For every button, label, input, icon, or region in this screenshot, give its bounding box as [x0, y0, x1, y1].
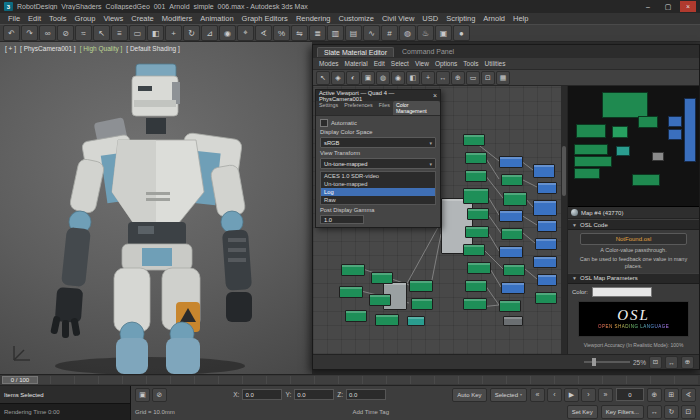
material-node[interactable] [499, 156, 523, 168]
automatic-checkbox-row[interactable]: Automatic [320, 119, 436, 127]
node-view-vertical-scrollbar[interactable] [561, 86, 567, 354]
menu-item[interactable]: Help [509, 14, 532, 23]
show-shaded-material-icon[interactable]: ◍ [376, 71, 390, 85]
menu-item[interactable]: Views [99, 14, 127, 23]
material-node[interactable] [339, 286, 363, 298]
go-to-start-icon[interactable]: « [530, 388, 545, 402]
material-node[interactable] [537, 220, 557, 232]
material-node[interactable] [369, 294, 391, 306]
material-node[interactable] [501, 282, 525, 294]
timeline-ruler[interactable]: 0 / 100 [2, 376, 698, 384]
dialog-tab[interactable]: Color Management [393, 101, 440, 115]
material-node[interactable] [501, 228, 523, 240]
tab-command-panel[interactable]: Command Panel [396, 47, 460, 56]
put-material-to-scene-icon[interactable]: ◐ [346, 71, 360, 85]
menu-item[interactable]: Tools [45, 14, 71, 23]
key-filters-button[interactable]: Key Filters... [601, 405, 644, 419]
select-and-rotate-icon[interactable]: ↻ [183, 25, 200, 41]
material-editor-menu-item[interactable]: View [412, 60, 432, 67]
go-to-end-icon[interactable]: » [598, 388, 613, 402]
maximize-viewport-icon[interactable]: ⊡ [681, 405, 696, 419]
schematic-view-icon[interactable]: # [381, 25, 398, 41]
material-editor-menu-item[interactable]: Modes [316, 60, 342, 67]
material-node[interactable] [465, 280, 487, 292]
menu-item[interactable]: Arnold [479, 14, 509, 23]
material-node[interactable] [465, 226, 489, 238]
material-node[interactable] [499, 246, 523, 258]
material-node[interactable] [537, 182, 557, 194]
menu-item[interactable]: Customize [334, 14, 377, 23]
material-node[interactable] [463, 188, 489, 204]
pan-icon[interactable]: ↔ [665, 356, 678, 369]
material-node[interactable] [503, 192, 527, 206]
osl-map-parameters-rollout[interactable]: ▼ OSL Map Parameters [568, 273, 699, 284]
material-node[interactable] [463, 244, 485, 256]
material-editor-menu-item[interactable]: Select [388, 60, 412, 67]
curve-editor-icon[interactable]: ∿ [363, 25, 380, 41]
display-color-space-dropdown[interactable]: sRGB ▾ [320, 137, 436, 148]
post-display-gamma-field[interactable]: 1.0 [320, 215, 364, 224]
layer-manager-icon[interactable]: ▤ [345, 25, 362, 41]
bind-to-space-warp-icon[interactable]: ≈ [75, 25, 92, 41]
tab-slate-material-editor[interactable]: Slate Material Editor [317, 47, 394, 57]
automatic-checkbox[interactable] [320, 119, 328, 127]
timeline[interactable]: 0 / 100 [0, 374, 700, 386]
menu-item[interactable]: Rendering [292, 14, 335, 23]
percent-snap-icon[interactable]: % [273, 25, 290, 41]
parameter-header[interactable]: Map #4 (43770) [568, 207, 699, 219]
menu-item[interactable]: USD [418, 14, 442, 23]
dialog-tab[interactable]: Preferences [341, 101, 376, 115]
material-node[interactable] [503, 316, 523, 326]
view-transform-option[interactable]: Log [321, 188, 435, 196]
viewport-pov-menu[interactable]: [ PhysCamera001 ] [20, 45, 76, 52]
previous-frame-icon[interactable]: ‹ [547, 388, 562, 402]
render-setup-icon[interactable]: ♨ [417, 25, 434, 41]
menu-item[interactable]: Animation [196, 14, 237, 23]
viewport-shading-menu[interactable]: [ Default Shading ] [126, 45, 179, 52]
zoom-tool-icon[interactable]: ⊕ [451, 71, 465, 85]
dialog-title-bar[interactable]: Active Viewport — Quad 4 — PhysCamera001… [316, 90, 440, 101]
menu-item[interactable]: Scripting [442, 14, 479, 23]
navigator-panel[interactable] [568, 86, 699, 207]
material-node[interactable] [467, 208, 489, 220]
zoom-slider[interactable] [584, 361, 630, 363]
view-transform-option[interactable]: Raw [321, 196, 435, 204]
select-and-link-icon[interactable]: ∞ [39, 25, 56, 41]
play-icon[interactable]: ▶ [564, 388, 579, 402]
current-frame-field[interactable]: 0 [616, 388, 644, 401]
selection-lock-icon[interactable]: ⊘ [152, 388, 167, 402]
material-node[interactable] [501, 174, 523, 186]
zoom-extents-icon[interactable]: ⊞ [664, 388, 679, 402]
coord-x-field[interactable]: 0.0 [242, 389, 282, 400]
select-object-icon[interactable]: ↖ [93, 25, 110, 41]
material-node[interactable] [409, 280, 433, 292]
rendered-frame-window-icon[interactable]: ▣ [435, 25, 452, 41]
node-graph-view[interactable]: Active Viewport — Quad 4 — PhysCamera001… [313, 86, 561, 354]
material-editor-menu-item[interactable]: Tools [460, 60, 481, 67]
minimize-button[interactable]: – [640, 1, 656, 12]
coord-z-field[interactable]: 0.0 [346, 389, 386, 400]
material-node[interactable] [375, 314, 399, 326]
material-node[interactable] [533, 164, 555, 178]
time-slider-handle[interactable]: 0 / 100 [2, 376, 38, 384]
use-center-icon[interactable]: ◉ [219, 25, 236, 41]
maximize-button[interactable]: ▢ [660, 1, 676, 12]
material-editor-menu-item[interactable]: Utilities [482, 60, 509, 67]
zoom-icon[interactable]: ⊕ [681, 356, 694, 369]
view-transform-dropdown[interactable]: Un-tone-mapped ▾ [320, 158, 436, 169]
snap-toggle-icon[interactable]: ⌖ [237, 25, 254, 41]
hide-unused-nodeslots-icon[interactable]: ◧ [406, 71, 420, 85]
show-end-result-icon[interactable]: ◉ [391, 71, 405, 85]
material-node[interactable] [371, 272, 393, 284]
pan-icon[interactable]: ↔ [647, 405, 662, 419]
material-editor-menu-item[interactable]: Edit [371, 60, 388, 67]
material-node[interactable] [341, 264, 365, 276]
material-node[interactable] [345, 310, 367, 322]
menu-item[interactable]: Civil View [378, 14, 418, 23]
pick-material-from-object-icon[interactable]: ◈ [331, 71, 345, 85]
material-node[interactable] [535, 238, 557, 250]
maxscript-mini-listener[interactable]: Items Selected Rendering Time 0:00 [0, 386, 131, 420]
menu-item[interactable]: Graph Editors [238, 14, 292, 23]
zoom-region-icon[interactable]: ▭ [466, 71, 480, 85]
material-node[interactable] [499, 210, 523, 222]
